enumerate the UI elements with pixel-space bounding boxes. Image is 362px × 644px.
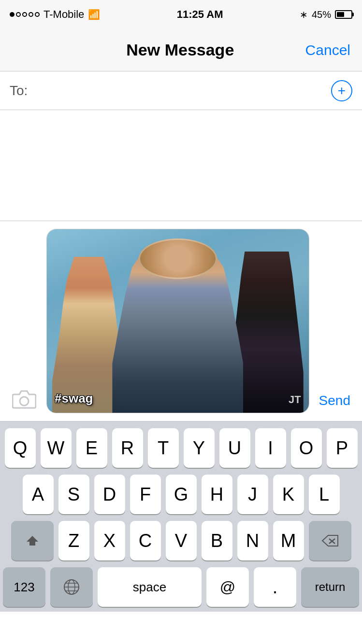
status-bar: T-Mobile 📶 11:25 AM ∗ 45% — [0, 0, 362, 29]
message-bubble: #swag JT — [46, 229, 309, 413]
backspace-icon — [321, 534, 339, 547]
key-d[interactable]: D — [94, 475, 125, 514]
key-f[interactable]: F — [130, 475, 161, 514]
at-key[interactable]: @ — [206, 567, 249, 607]
keyboard-row-4: 123 space @ . return — [3, 567, 359, 607]
period-key[interactable]: . — [254, 567, 296, 607]
key-s[interactable]: S — [58, 475, 89, 514]
key-q[interactable]: Q — [5, 428, 36, 468]
camera-icon — [12, 389, 36, 409]
signal-dot-1 — [10, 12, 14, 17]
return-key[interactable]: return — [301, 567, 359, 607]
compose-area: #swag JT Send — [0, 221, 362, 421]
key-g[interactable]: G — [166, 475, 197, 514]
face-overlay — [139, 238, 217, 279]
svg-point-0 — [20, 397, 29, 406]
key-n[interactable]: N — [237, 521, 268, 560]
keyboard-row-2: A S D F G H J K L — [3, 475, 359, 514]
key-u[interactable]: U — [219, 428, 250, 468]
key-r[interactable]: R — [112, 428, 143, 468]
signal-dots — [10, 12, 40, 17]
carrier-label: T-Mobile — [43, 8, 84, 21]
meme-watermark: JT — [289, 393, 301, 406]
globe-icon — [63, 578, 80, 596]
key-e[interactable]: E — [76, 428, 107, 468]
cancel-button[interactable]: Cancel — [305, 42, 350, 58]
to-input[interactable] — [33, 83, 331, 98]
svg-marker-1 — [27, 536, 38, 546]
to-field: To: + — [0, 71, 362, 110]
key-h[interactable]: H — [202, 475, 232, 514]
space-key[interactable]: space — [98, 567, 202, 607]
status-right: ∗ 45% — [300, 9, 352, 20]
key-a[interactable]: A — [23, 475, 54, 514]
signal-dot-5 — [35, 12, 40, 17]
signal-dot-2 — [16, 12, 21, 17]
status-left: T-Mobile 📶 — [10, 8, 100, 21]
key-j[interactable]: J — [237, 475, 268, 514]
meme-text: #swag — [55, 391, 93, 406]
keyboard-row-1: Q W E R T Y U I O P — [3, 428, 359, 468]
key-t[interactable]: T — [148, 428, 179, 468]
shift-icon — [26, 534, 39, 547]
signal-dot-4 — [29, 12, 33, 17]
keyboard-row-3: Z X C V B N M — [3, 521, 359, 560]
key-y[interactable]: Y — [184, 428, 215, 468]
nav-title: New Message — [55, 41, 305, 59]
signal-dot-3 — [22, 12, 27, 17]
wifi-icon: 📶 — [88, 9, 100, 20]
key-i[interactable]: I — [255, 428, 286, 468]
nav-bar: New Message Cancel — [0, 29, 362, 71]
status-time: 11:25 AM — [177, 8, 223, 21]
key-m[interactable]: M — [273, 521, 304, 560]
numbers-key[interactable]: 123 — [3, 567, 45, 607]
backspace-key[interactable] — [309, 521, 351, 560]
battery-percent: 45% — [312, 9, 331, 20]
key-w[interactable]: W — [41, 428, 72, 468]
message-area — [0, 110, 362, 221]
key-c[interactable]: C — [130, 521, 161, 560]
shift-key[interactable] — [11, 521, 54, 560]
keyboard: Q W E R T Y U I O P A S D F G H J K L Z … — [0, 421, 362, 612]
battery-icon — [335, 10, 352, 19]
to-label: To: — [10, 83, 28, 98]
plus-icon: + — [338, 84, 346, 98]
add-contact-button[interactable]: + — [331, 80, 352, 101]
key-v[interactable]: V — [166, 521, 197, 560]
key-z[interactable]: Z — [58, 521, 89, 560]
key-x[interactable]: X — [94, 521, 125, 560]
key-p[interactable]: P — [327, 428, 358, 468]
globe-key[interactable] — [50, 567, 93, 607]
key-o[interactable]: O — [291, 428, 322, 468]
key-k[interactable]: K — [273, 475, 304, 514]
camera-button[interactable] — [10, 384, 39, 413]
bluetooth-icon: ∗ — [300, 9, 308, 20]
key-b[interactable]: B — [202, 521, 232, 560]
meme-image: #swag JT — [47, 229, 309, 413]
key-l[interactable]: L — [309, 475, 340, 514]
send-button[interactable]: Send — [317, 388, 352, 413]
